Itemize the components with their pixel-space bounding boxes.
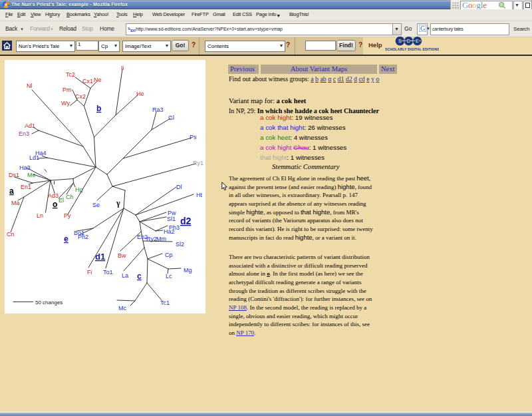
svg-text:Dl: Dl xyxy=(176,184,182,190)
svg-text:Tc1: Tc1 xyxy=(160,300,170,306)
svg-text:γ: γ xyxy=(116,198,120,208)
svg-text:Cx2: Cx2 xyxy=(75,93,86,100)
svg-text:S: S xyxy=(398,39,402,43)
svg-text:Ch: Ch xyxy=(66,194,74,200)
svg-text:Wy: Wy xyxy=(61,100,70,106)
svg-text:Ps: Ps xyxy=(190,134,197,140)
svg-text:d1: d1 xyxy=(95,252,105,262)
svg-text:Se: Se xyxy=(92,202,100,208)
svg-text:Ln: Ln xyxy=(37,212,43,219)
svg-text:Sl1: Sl1 xyxy=(167,216,176,222)
svg-text:Tc2: Tc2 xyxy=(66,71,75,78)
svg-text:Cx1: Cx1 xyxy=(82,78,93,85)
svg-text:Ma: Ma xyxy=(11,200,20,206)
svg-text:Ry2: Ry2 xyxy=(146,236,157,242)
svg-text:50 changes: 50 changes xyxy=(35,300,63,306)
svg-text:El: El xyxy=(59,197,64,204)
svg-text:Ht: Ht xyxy=(196,192,202,198)
svg-text:Mg: Mg xyxy=(184,267,192,274)
svg-text:Ii: Ii xyxy=(121,65,124,71)
svg-text:Ha3: Ha3 xyxy=(19,164,31,171)
svg-text:Ld1: Ld1 xyxy=(29,154,39,161)
svg-text:Bw: Bw xyxy=(118,252,126,259)
svg-text:Mc: Mc xyxy=(118,305,126,312)
svg-text:D: D xyxy=(407,39,410,43)
svg-text:d2: d2 xyxy=(180,216,192,226)
svg-text:c: c xyxy=(137,272,142,281)
svg-text:a: a xyxy=(9,186,14,196)
svg-text:Ph2: Ph2 xyxy=(78,234,88,240)
svg-text:o: o xyxy=(53,200,57,209)
svg-text:Gl: Gl xyxy=(168,114,174,121)
svg-text:b: b xyxy=(96,104,101,113)
svg-text:e: e xyxy=(64,234,68,244)
svg-text:Google: Google xyxy=(462,1,487,9)
svg-text:Ne: Ne xyxy=(94,77,102,83)
svg-text:Ad1: Ad1 xyxy=(25,122,35,129)
svg-text:En3: En3 xyxy=(19,130,29,137)
svg-text:G: G xyxy=(420,25,425,32)
svg-text:Lc: Lc xyxy=(166,273,172,280)
svg-text:Ry1: Ry1 xyxy=(193,160,203,166)
svg-text:Cn: Cn xyxy=(7,231,15,238)
svg-text:Ad3: Ad3 xyxy=(48,192,59,199)
svg-text:Fi: Fi xyxy=(87,269,92,276)
svg-text:To1: To1 xyxy=(103,269,113,276)
svg-text:En1: En1 xyxy=(21,184,31,190)
svg-text:Mm: Mm xyxy=(156,236,166,242)
svg-text:Me: Me xyxy=(27,172,36,178)
svg-text:La: La xyxy=(122,272,128,279)
svg-text:E: E xyxy=(416,39,419,43)
svg-text:SCHOLARLY DIGITAL EDITIONS: SCHOLARLY DIGITAL EDITIONS xyxy=(385,47,439,51)
svg-text:Nl: Nl xyxy=(27,83,33,89)
svg-text:Ra3: Ra3 xyxy=(152,106,164,113)
svg-text:Pm: Pm xyxy=(63,87,72,93)
svg-text:Ha2: Ha2 xyxy=(164,228,175,235)
svg-text:He: He xyxy=(136,91,144,97)
svg-text:Py: Py xyxy=(64,212,71,219)
svg-text:Hg: Hg xyxy=(75,186,83,193)
svg-text:Cp: Cp xyxy=(165,252,173,258)
svg-text:Ds1: Ds1 xyxy=(9,172,19,178)
svg-text:Sl2: Sl2 xyxy=(176,241,184,248)
